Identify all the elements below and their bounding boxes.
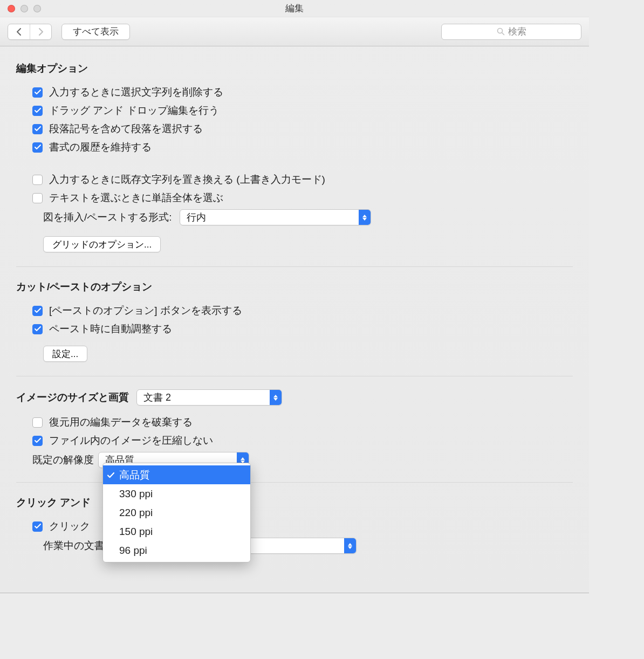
titlebar: 編集: [0, 0, 589, 17]
checkbox-overtype[interactable]: [32, 175, 43, 185]
checkbox-label: ファイル内のイメージを圧縮しない: [49, 434, 213, 448]
checkbox-label: 復元用の編集データを破棄する: [49, 415, 193, 429]
chevron-left-icon: [16, 28, 22, 36]
insert-picture-label: 図を挿入/ペーストする形式:: [43, 210, 172, 224]
insert-picture-select[interactable]: 行内: [180, 209, 371, 225]
menu-item-330ppi[interactable]: 330 ppi: [103, 484, 250, 503]
para-style-row: 作業中の文書の既定の段落スタイル: 標準: [16, 536, 573, 556]
settings-button[interactable]: 設定...: [43, 346, 87, 362]
menu-item-label: 高品質: [119, 468, 150, 482]
select-value: 文書 2: [143, 391, 171, 404]
checkbox-row: ペースト時に自動調整する: [16, 320, 573, 338]
resolution-menu: 高品質 330 ppi 220 ppi 150 ppi 96 ppi: [102, 463, 251, 562]
document-select[interactable]: 文書 2: [136, 389, 282, 406]
stepper-icon: [359, 210, 371, 225]
menu-item-label: 150 ppi: [119, 526, 153, 538]
checkbox-row: ファイル内のイメージを圧縮しない: [16, 431, 573, 450]
grid-options-button[interactable]: グリッドのオプション...: [43, 236, 161, 252]
menu-item-220ppi[interactable]: 220 ppi: [103, 503, 250, 522]
forward-button[interactable]: [30, 24, 51, 39]
checkbox-label: 入力するときに選択文字列を削除する: [49, 85, 223, 99]
checkbox-label: ペースト時に自動調整する: [49, 322, 172, 336]
menu-item-96ppi[interactable]: 96 ppi: [103, 541, 250, 560]
checkbox-no-compress[interactable]: [32, 436, 43, 446]
stepper-icon: [344, 538, 356, 553]
checkbox-row: ドラッグ アンド ドロップ編集を行う: [16, 101, 573, 120]
checkbox-delete-selection[interactable]: [32, 87, 43, 98]
back-button[interactable]: [8, 24, 30, 39]
checkbox-drag-drop[interactable]: [32, 106, 43, 116]
checkbox-click-type[interactable]: [32, 521, 43, 532]
preferences-window: 編集 すべて表示 検索 編集オプション 入力するときに選択文字列を削除する: [0, 0, 589, 593]
checkbox-label: 入力するときに既存文字列を置き換える (上書き入力モード): [49, 173, 325, 187]
checkbox-row: 入力するときに選択文字列を削除する: [16, 83, 573, 101]
checkmark-icon: [107, 469, 114, 481]
resolution-row: 既定の解像度 高品質: [16, 450, 573, 470]
stepper-icon: [270, 390, 282, 405]
content-area: 編集オプション 入力するときに選択文字列を削除する ドラッグ アンド ドロップ編…: [0, 46, 589, 568]
search-icon: [497, 28, 505, 36]
checkbox-label: [ペーストのオプション] ボタンを表示する: [49, 304, 242, 318]
checkbox-label: クリック: [49, 519, 90, 533]
checkbox-format-history[interactable]: [32, 142, 43, 153]
settings-row: 設定...: [16, 344, 573, 364]
checkbox-label: テキストを選ぶときに単語全体を選ぶ: [49, 191, 223, 205]
section-edit-options: 編集オプション 入力するときに選択文字列を削除する ドラッグ アンド ドロップ編…: [16, 61, 573, 266]
chevron-right-icon: [38, 28, 44, 36]
select-value: 行内: [187, 211, 206, 224]
checkbox-row: クリック: [16, 517, 573, 536]
show-all-button[interactable]: すべて表示: [61, 24, 130, 40]
insert-picture-row: 図を挿入/ペーストする形式: 行内: [16, 207, 573, 228]
section-click-type: クリック アンド クリック 作業中の文書の既定の段落スタイル: 標準: [16, 482, 573, 568]
menu-item-label: 330 ppi: [119, 488, 153, 500]
checkbox-label: ドラッグ アンド ドロップ編集を行う: [49, 104, 219, 118]
nav-segment: [8, 24, 52, 40]
window-title: 編集: [0, 2, 589, 15]
checkbox-row: 書式の履歴を維持する: [16, 138, 573, 156]
menu-item-label: 96 ppi: [119, 545, 147, 557]
checkbox-label: 書式の履歴を維持する: [49, 140, 152, 154]
section-heading-row: イメージのサイズと画質 文書 2: [16, 389, 573, 406]
menu-item-label: 220 ppi: [119, 507, 153, 519]
section-heading: 編集オプション: [16, 61, 573, 75]
checkbox-paste-options[interactable]: [32, 306, 43, 316]
section-heading: クリック アンド: [16, 496, 573, 510]
section-image-size: イメージのサイズと画質 文書 2 復元用の編集データを破棄する ファイル内のイメ…: [16, 376, 573, 482]
svg-line-1: [502, 33, 504, 35]
checkbox-row: 復元用の編集データを破棄する: [16, 413, 573, 431]
checkbox-paragraph-mark[interactable]: [32, 124, 43, 134]
checkbox-smart-paste[interactable]: [32, 324, 43, 334]
checkbox-row: テキストを選ぶときに単語全体を選ぶ: [16, 189, 573, 207]
section-heading: カット/ペーストのオプション: [16, 280, 573, 294]
checkbox-discard-edit[interactable]: [32, 417, 43, 428]
search-field[interactable]: 検索: [441, 24, 581, 40]
section-heading: イメージのサイズと画質: [16, 390, 129, 404]
resolution-label: 既定の解像度: [32, 453, 94, 467]
checkbox-row: 入力するときに既存文字列を置き換える (上書き入力モード): [16, 170, 573, 189]
grid-options-row: グリッドのオプション...: [16, 234, 573, 255]
toolbar: すべて表示 検索: [0, 17, 589, 46]
search-placeholder: 検索: [508, 25, 526, 38]
checkbox-select-word[interactable]: [32, 193, 43, 203]
section-cut-paste: カット/ペーストのオプション [ペーストのオプション] ボタンを表示する ペース…: [16, 266, 573, 376]
menu-item-150ppi[interactable]: 150 ppi: [103, 522, 250, 541]
checkbox-label: 段落記号を含めて段落を選択する: [49, 122, 203, 136]
checkbox-row: [ペーストのオプション] ボタンを表示する: [16, 301, 573, 320]
menu-item-high-quality[interactable]: 高品質: [103, 465, 250, 484]
checkbox-row: 段落記号を含めて段落を選択する: [16, 120, 573, 138]
